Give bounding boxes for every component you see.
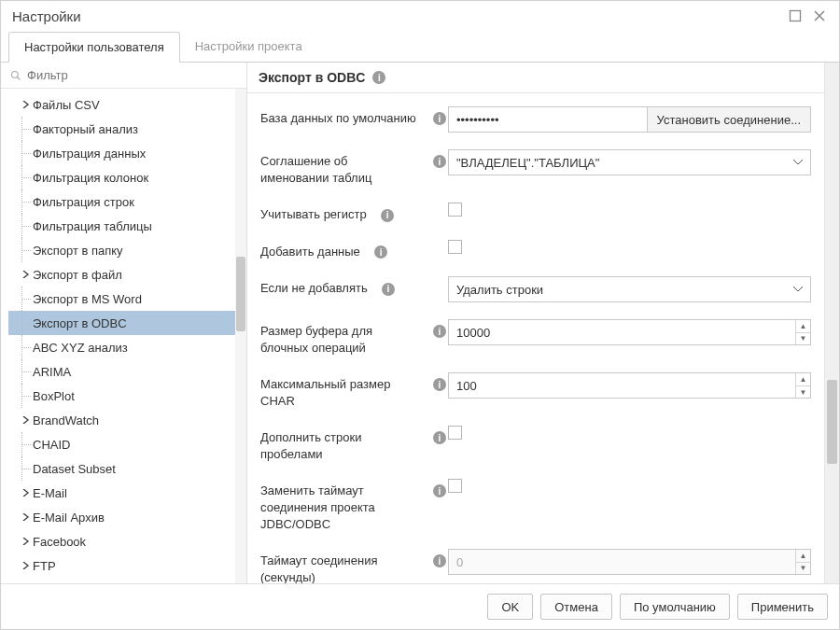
buffer-size-value: 10000 bbox=[456, 326, 490, 340]
max-char-spinner[interactable]: 100 ▲▼ bbox=[448, 372, 811, 399]
tree-item-label: FTP bbox=[33, 559, 56, 573]
case-sensitive-checkbox[interactable] bbox=[448, 203, 462, 217]
tree-item[interactable]: FTP bbox=[8, 553, 235, 578]
info-icon[interactable]: i bbox=[374, 245, 387, 259]
chevron-right-icon[interactable] bbox=[20, 538, 33, 545]
info-icon[interactable]: i bbox=[433, 484, 446, 497]
titlebar: Настройки bbox=[1, 1, 839, 32]
info-icon[interactable]: i bbox=[382, 283, 395, 296]
chevron-right-icon[interactable] bbox=[20, 101, 33, 108]
spinner-down[interactable]: ▼ bbox=[796, 333, 810, 345]
close-icon[interactable] bbox=[813, 9, 828, 24]
tree-item-label: Экспорт в файл bbox=[33, 268, 122, 282]
info-icon[interactable]: i bbox=[381, 209, 394, 222]
dialog-body: Файлы CSVФакторный анализФильтрация данн… bbox=[1, 63, 839, 583]
tab-user-settings[interactable]: Настройки пользователя bbox=[8, 32, 180, 63]
spinner-up[interactable]: ▲ bbox=[796, 373, 810, 386]
tree-item[interactable]: Фильтрация таблицы bbox=[8, 214, 235, 238]
tree-item-label: Фильтрация данных bbox=[33, 147, 146, 161]
info-icon[interactable]: i bbox=[433, 378, 446, 391]
filter-input[interactable] bbox=[27, 68, 237, 82]
info-icon[interactable]: i bbox=[433, 431, 446, 444]
info-icon[interactable]: i bbox=[433, 155, 446, 168]
tree-item[interactable]: Экспорт в MS Word bbox=[8, 287, 235, 311]
content-scrollbar-thumb[interactable] bbox=[827, 380, 837, 464]
apply-button[interactable]: Применить bbox=[737, 594, 828, 620]
tree-item[interactable]: CHAID bbox=[8, 432, 235, 456]
svg-line-2 bbox=[18, 77, 21, 79]
cancel-button[interactable]: Отмена bbox=[540, 594, 612, 620]
tree-item[interactable]: Dataset Subset bbox=[8, 456, 235, 481]
info-icon[interactable]: i bbox=[433, 554, 446, 567]
tree-item-label: Факторный анализ bbox=[33, 122, 138, 136]
tree-item[interactable]: Экспорт в папку bbox=[8, 238, 235, 262]
tree-item-label: E-Mail bbox=[33, 486, 67, 500]
ok-button[interactable]: OK bbox=[487, 594, 533, 620]
tree-item[interactable]: ARIMA bbox=[8, 359, 235, 384]
tree-item-label: CHAID bbox=[33, 438, 70, 452]
establish-connection-button[interactable]: Установить соединение... bbox=[648, 106, 811, 133]
label-conn-timeout: Таймаут соединения (секунды) bbox=[260, 549, 424, 583]
tree-item-label: BrandWatch bbox=[33, 413, 99, 427]
label-buffer-size: Размер буфера для блочных операций bbox=[260, 319, 424, 356]
spinner-up: ▲ bbox=[796, 550, 810, 563]
label-override-timeout: Заменить таймаут соединения проекта JDBC… bbox=[260, 479, 424, 532]
content-header: Экспорт в ODBC i bbox=[247, 63, 824, 93]
tabs: Настройки пользователя Настройки проекта bbox=[1, 32, 839, 63]
tree-item[interactable]: Факторный анализ bbox=[8, 117, 235, 141]
content-scrollbar[interactable] bbox=[824, 63, 839, 583]
tree-item-label: Экспорт в MS Word bbox=[33, 292, 142, 306]
conn-timeout-value: 0 bbox=[456, 555, 463, 569]
conn-timeout-spinner: 0 ▲▼ bbox=[448, 549, 811, 575]
tree-item[interactable]: Файлы CSV bbox=[8, 92, 235, 117]
content-area: Экспорт в ODBC i База данных по умолчани… bbox=[247, 63, 839, 583]
info-icon[interactable]: i bbox=[372, 71, 385, 84]
tree-item[interactable]: Экспорт в файл bbox=[8, 262, 235, 287]
info-icon[interactable]: i bbox=[433, 325, 446, 338]
pad-spaces-checkbox[interactable] bbox=[448, 426, 462, 440]
chevron-right-icon[interactable] bbox=[20, 271, 33, 278]
append-data-checkbox[interactable] bbox=[448, 240, 462, 254]
info-icon[interactable]: i bbox=[433, 112, 446, 125]
filter-row bbox=[1, 63, 246, 89]
tree-item[interactable]: BoxPlot bbox=[8, 384, 235, 408]
label-pad-spaces: Дополнить строки пробелами bbox=[260, 426, 424, 462]
label-append-data: Добавить данные bbox=[260, 245, 360, 259]
tree-item-label: Экспорт в ODBC bbox=[33, 316, 127, 330]
search-icon bbox=[10, 70, 21, 81]
tree-item[interactable]: BrandWatch bbox=[8, 408, 235, 432]
settings-tree[interactable]: Файлы CSVФакторный анализФильтрация данн… bbox=[1, 89, 235, 583]
tab-project-settings[interactable]: Настройки проекта bbox=[180, 32, 317, 62]
default-db-input[interactable] bbox=[448, 106, 648, 133]
chevron-right-icon[interactable] bbox=[20, 489, 33, 497]
spinner-up[interactable]: ▲ bbox=[796, 320, 810, 333]
tree-scrollbar[interactable] bbox=[235, 89, 246, 583]
tree-item[interactable]: E-Mail bbox=[8, 481, 235, 505]
label-default-db: База данных по умолчанию bbox=[260, 106, 424, 127]
tree-scrollbar-thumb[interactable] bbox=[236, 257, 245, 331]
maximize-icon[interactable] bbox=[789, 9, 804, 24]
tree-item[interactable]: Фильтрация строк bbox=[8, 189, 235, 214]
tree-item[interactable]: Facebook bbox=[8, 529, 235, 553]
svg-rect-0 bbox=[791, 10, 801, 21]
label-case-sensitive: Учитывать регистр bbox=[260, 207, 367, 221]
if-not-append-value: Удалить строки bbox=[456, 283, 543, 297]
tree-item[interactable]: Фильтрация данных bbox=[8, 141, 235, 165]
chevron-right-icon[interactable] bbox=[20, 513, 33, 521]
chevron-right-icon[interactable] bbox=[20, 562, 33, 569]
tree-item-label: Dataset Subset bbox=[33, 462, 116, 476]
table-naming-select[interactable]: "ВЛАДЕЛЕЦ"."ТАБЛИЦА" bbox=[448, 149, 811, 175]
if-not-append-select[interactable]: Удалить строки bbox=[448, 276, 811, 302]
spinner-down: ▼ bbox=[796, 563, 810, 575]
tree-item[interactable]: Фильтрация колонок bbox=[8, 165, 235, 189]
spinner-down[interactable]: ▼ bbox=[796, 386, 810, 399]
tree-item[interactable]: ABC XYZ анализ bbox=[8, 335, 235, 359]
override-timeout-checkbox[interactable] bbox=[448, 479, 462, 493]
tree-item[interactable]: Экспорт в ODBC bbox=[8, 311, 235, 335]
default-button[interactable]: По умолчанию bbox=[620, 594, 730, 620]
chevron-right-icon[interactable] bbox=[20, 416, 33, 424]
buffer-size-spinner[interactable]: 10000 ▲▼ bbox=[448, 319, 811, 345]
tree-item[interactable]: JDBC bbox=[8, 578, 235, 583]
table-naming-value: "ВЛАДЕЛЕЦ"."ТАБЛИЦА" bbox=[456, 156, 599, 170]
tree-item[interactable]: E-Mail Архив bbox=[8, 505, 235, 529]
